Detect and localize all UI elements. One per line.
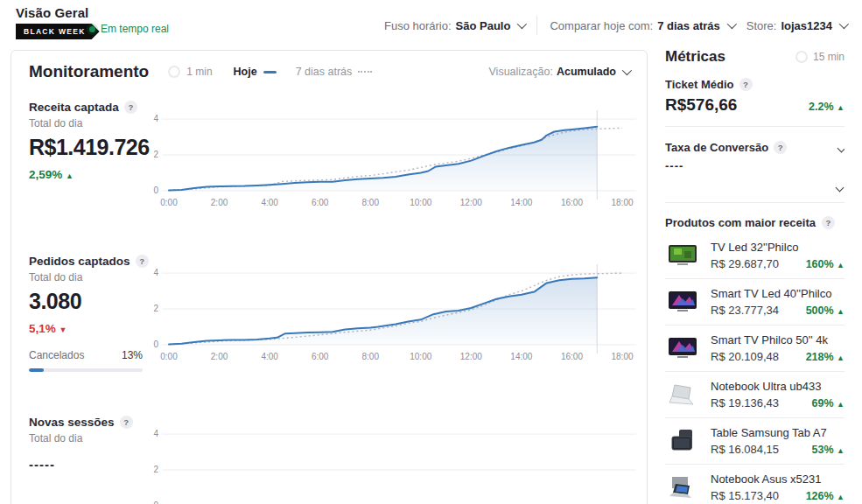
svg-text:12:00: 12:00: [460, 198, 482, 207]
refresh-label: 1 min: [186, 66, 212, 78]
svg-text:2:00: 2:00: [211, 352, 228, 361]
product-delta: 126% ▲: [806, 490, 844, 502]
legend-today-label: Hoje: [234, 66, 257, 78]
chevron-down-icon: [622, 66, 632, 75]
product-delta: 160% ▲: [806, 258, 844, 270]
view-label: Visualização:: [489, 66, 553, 78]
metrics-sidebar: Métricas 15 min Ticket Médio ? R$576,66 …: [665, 48, 844, 504]
help-icon[interactable]: ?: [739, 78, 753, 91]
product-row[interactable]: Notebook Asus x5231R$ 15.173,40126% ▲: [665, 465, 844, 504]
svg-text:18:00: 18:00: [611, 352, 633, 361]
divider: [665, 126, 844, 127]
view-dropdown[interactable]: Visualização: Acumulado: [489, 66, 630, 78]
products-list: TV Led 32''PhilcoR$ 29.687,70160% ▲Smart…: [665, 233, 844, 504]
revenue-chart: 0240:002:004:006:008:0010:0012:0014:0016…: [150, 94, 647, 242]
arrow-down-icon: ▼: [60, 326, 67, 334]
product-info: Notebook Asus x5231R$ 15.173,40126% ▲: [711, 472, 844, 502]
compare-value: 7 dias atrás: [657, 19, 720, 32]
svg-text:0: 0: [153, 500, 158, 504]
panel-subtitle: Total do dia: [29, 432, 150, 444]
metrics-refresh-indicator: 15 min: [795, 51, 844, 63]
ticket-medio-label: Ticket Médio: [665, 78, 734, 91]
panel-pedidos-info: Pedidos captados ? Total do dia 3.080 5,…: [11, 248, 150, 403]
svg-text:4: 4: [153, 114, 158, 123]
svg-text:4:00: 4:00: [261, 352, 278, 361]
product-price: R$ 19.136,43: [711, 396, 779, 410]
product-delta: 218% ▲: [806, 351, 844, 363]
arrow-up-icon: ▲: [837, 261, 844, 270]
product-row[interactable]: Table Samsung Tab A7R$ 16.084,1553% ▲: [665, 418, 844, 465]
store-dropdown[interactable]: Store: lojas1234: [746, 19, 846, 32]
svg-text:8:00: 8:00: [361, 198, 379, 207]
product-row[interactable]: TV Led 32''PhilcoR$ 29.687,70160% ▲: [665, 233, 844, 279]
cancelled-progress-fill: [29, 368, 44, 372]
svg-text:0:00: 0:00: [160, 198, 178, 207]
cancelled-label: Cancelados: [29, 349, 84, 361]
metrics-title: Métricas: [665, 48, 725, 66]
panel-subtitle: Total do dia: [29, 271, 150, 284]
product-row[interactable]: Smart TV Philco 50'' 4kR$ 20.109,48218% …: [665, 326, 844, 372]
svg-text:6:00: 6:00: [312, 198, 329, 207]
product-name: Table Samsung Tab A7: [711, 426, 844, 439]
legend-compare[interactable]: 7 dias atrás: [296, 66, 373, 78]
svg-text:10:00: 10:00: [410, 352, 431, 361]
product-thumb-laptop-blue-icon: [665, 473, 700, 501]
metrics-header: Métricas 15 min: [665, 48, 844, 66]
product-info: Table Samsung Tab A7R$ 16.084,1553% ▲: [711, 426, 844, 456]
collapsed-metric-toggle[interactable]: [665, 185, 844, 191]
revenue-total-value: R$1.419.726: [29, 135, 150, 160]
cancelled-value: 13%: [122, 349, 143, 361]
help-icon[interactable]: ?: [124, 101, 137, 114]
product-thumb-tablet-dark-icon: [665, 427, 700, 455]
taxa-conversao-value: ----: [665, 159, 683, 172]
orders-delta: 5,1% ▼: [29, 322, 150, 335]
svg-text:0: 0: [153, 186, 158, 195]
product-price: R$ 20.109,48: [711, 350, 779, 363]
panel-sessoes-info: Novas sessões ? Total do dia -----: [11, 409, 150, 504]
page-title-block: Visão Geral BLACK WEEK: [16, 5, 100, 39]
refresh-timer-icon: [795, 51, 808, 63]
header-controls: Fuso horário: São Paulo Comparar hoje co…: [384, 16, 846, 35]
legend-compare-label: 7 dias atrás: [296, 66, 353, 78]
svg-text:0:00: 0:00: [160, 352, 178, 361]
arrow-up-icon: ▲: [837, 493, 844, 501]
product-delta: 53% ▲: [812, 444, 844, 456]
product-price: R$ 29.687,70: [711, 257, 779, 270]
expand-chevron[interactable]: [838, 139, 844, 155]
arrow-up-icon: ▲: [837, 400, 844, 409]
ticket-medio-value: R$576,66: [665, 95, 737, 115]
svg-text:2:00: 2:00: [211, 198, 228, 207]
revenue-chart-svg: 0240:002:004:006:008:0010:0012:0014:0016…: [150, 102, 640, 211]
product-thumb-tv-green-icon: [665, 242, 700, 270]
svg-text:4: 4: [153, 268, 158, 277]
sessions-chart-svg: 0240:002:004:006:008:0010:0012:0014:0016…: [150, 417, 640, 504]
product-delta: 69% ▲: [812, 397, 844, 410]
product-name: Notebook Ultra ub433: [711, 380, 844, 393]
arrow-up-icon: ▲: [837, 354, 844, 362]
timezone-dropdown[interactable]: Fuso horário: São Paulo: [384, 19, 524, 32]
product-delta: 500% ▲: [806, 304, 844, 317]
product-info: Smart TV Led 40''PhilcoR$ 23.777,34500% …: [711, 287, 844, 317]
help-icon[interactable]: ?: [120, 416, 133, 429]
svg-text:2: 2: [153, 465, 158, 474]
help-icon[interactable]: ?: [774, 141, 787, 154]
timezone-label: Fuso horário:: [384, 19, 452, 32]
legend-today[interactable]: Hoje: [234, 66, 277, 78]
store-value: lojas1234: [781, 19, 832, 32]
product-name: Smart TV Philco 50'' 4k: [711, 333, 844, 346]
help-icon[interactable]: ?: [136, 255, 149, 268]
help-icon[interactable]: ?: [822, 216, 835, 229]
svg-text:14:00: 14:00: [510, 198, 532, 207]
sessions-total-value: -----: [29, 457, 150, 472]
product-row[interactable]: Notebook Ultra ub433R$ 19.136,4369% ▲: [665, 372, 844, 418]
compare-dropdown[interactable]: Comparar hoje com: 7 dias atrás: [550, 19, 733, 32]
products-title: Produtos com maior receita: [665, 216, 816, 229]
taxa-conversao-label: Taxa de Conversão: [665, 141, 768, 154]
product-row[interactable]: Smart TV Led 40''PhilcoR$ 23.777,34500% …: [665, 279, 844, 326]
revenue-delta: 2,59% ▲: [29, 168, 150, 181]
product-thumb-laptop-silver-icon: [665, 381, 700, 409]
chevron-down-icon: [836, 184, 844, 192]
top-header: Visão Geral BLACK WEEK Em tempo real Fus…: [0, 0, 862, 46]
product-price: R$ 16.084,15: [711, 443, 779, 456]
svg-text:6:00: 6:00: [312, 352, 329, 361]
